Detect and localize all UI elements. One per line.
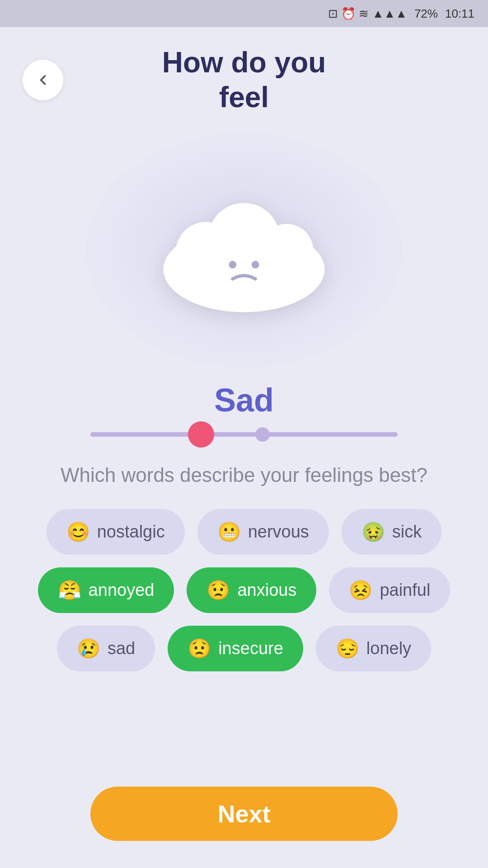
slider-thumb-primary[interactable] bbox=[188, 421, 214, 448]
sick-label: sick bbox=[392, 522, 422, 542]
cloud-wrapper bbox=[149, 178, 339, 323]
word-chip-insecure[interactable]: 😟 insecure bbox=[168, 626, 303, 671]
slider-thumb-secondary[interactable] bbox=[255, 427, 270, 442]
nostalgic-emoji: 😊 bbox=[66, 521, 90, 543]
words-question: Which words describe your feelings best? bbox=[61, 464, 427, 486]
mood-label: Sad bbox=[214, 382, 274, 419]
cloud-illustration-area bbox=[86, 133, 402, 368]
lonely-emoji: 😔 bbox=[336, 637, 359, 660]
word-chip-nervous[interactable]: 😬 nervous bbox=[197, 509, 329, 555]
status-bar: ⊡ ⏰ ≋ ▲▲▲ 72% 10:11 bbox=[0, 0, 488, 27]
page-title: How do you feel bbox=[63, 45, 465, 115]
words-row-2: 😤 annoyed 😟 anxious 😣 painful bbox=[23, 567, 465, 613]
status-icons: ⊡ ⏰ ≋ ▲▲▲ bbox=[328, 7, 407, 21]
insecure-emoji: 😟 bbox=[188, 637, 211, 660]
svg-point-5 bbox=[252, 261, 259, 269]
sad-label: sad bbox=[108, 639, 135, 658]
mood-slider[interactable] bbox=[90, 432, 398, 437]
painful-label: painful bbox=[380, 580, 430, 600]
word-chip-nostalgic[interactable]: 😊 nostalgic bbox=[47, 509, 185, 555]
word-chip-sick[interactable]: 🤢 sick bbox=[342, 509, 441, 555]
anxious-emoji: 😟 bbox=[206, 579, 230, 601]
svg-point-4 bbox=[229, 261, 236, 269]
annoyed-label: annoyed bbox=[89, 580, 155, 600]
back-button[interactable] bbox=[23, 60, 63, 100]
anxious-label: anxious bbox=[237, 580, 296, 600]
words-grid: 😊 nostalgic 😬 nervous 🤢 sick 😤 annoyed 😟… bbox=[23, 509, 465, 671]
nostalgic-label: nostalgic bbox=[97, 522, 165, 542]
nervous-emoji: 😬 bbox=[217, 521, 241, 543]
word-chip-lonely[interactable]: 😔 lonely bbox=[316, 626, 431, 671]
sick-emoji: 🤢 bbox=[361, 521, 385, 543]
sad-emoji: 😢 bbox=[77, 637, 100, 660]
nervous-label: nervous bbox=[248, 522, 309, 542]
words-row-1: 😊 nostalgic 😬 nervous 🤢 sick bbox=[23, 509, 465, 555]
painful-emoji: 😣 bbox=[349, 579, 372, 601]
word-chip-anxious[interactable]: 😟 anxious bbox=[187, 567, 316, 613]
svg-point-3 bbox=[260, 224, 314, 277]
word-chip-painful[interactable]: 😣 painful bbox=[329, 567, 450, 613]
battery-level: 72% bbox=[414, 7, 438, 21]
slider-track bbox=[90, 432, 398, 437]
time-display: 10:11 bbox=[445, 7, 474, 21]
words-row-3: 😢 sad 😟 insecure 😔 lonely bbox=[23, 626, 465, 671]
main-content: How do you feel Sad bbox=[0, 27, 488, 868]
word-chip-annoyed[interactable]: 😤 annoyed bbox=[38, 567, 174, 613]
next-button[interactable]: Next bbox=[90, 787, 398, 841]
lonely-label: lonely bbox=[366, 639, 411, 658]
header-row: How do you feel bbox=[23, 45, 465, 115]
word-chip-sad[interactable]: 😢 sad bbox=[57, 626, 155, 671]
annoyed-emoji: 😤 bbox=[58, 579, 81, 601]
insecure-label: insecure bbox=[218, 639, 283, 658]
cloud-icon bbox=[149, 178, 339, 323]
